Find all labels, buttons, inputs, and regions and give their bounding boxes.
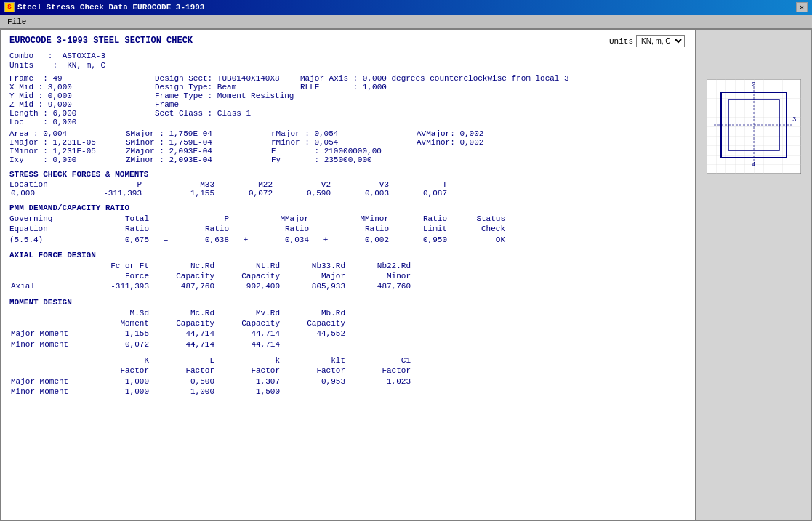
- axial-h0b: [9, 271, 89, 281]
- klc-c1-label: C1: [351, 355, 417, 365]
- title-bar: S Steel Stress Check Data EUROCODE 3-199…: [0, 0, 812, 15]
- axial-h2: Nc.Rd: [155, 261, 220, 271]
- axial-r1c3: 487,760: [155, 281, 220, 291]
- pmm-limit: 0,950: [395, 235, 453, 245]
- forces-h-v2: V2: [278, 180, 337, 189]
- pmm-plus1: +: [235, 235, 257, 245]
- mom-h0b: [9, 318, 89, 328]
- pmm-eq-sign: =: [155, 235, 177, 245]
- frame-info: Frame : 49 X Mid : 3,000 Y Mid : 0,000 Z…: [9, 74, 155, 126]
- mom-major-m: 1,155: [89, 328, 155, 339]
- klc-h4b: Factor: [286, 365, 351, 376]
- klc-k-label: K: [89, 355, 155, 365]
- svg-text:4: 4: [752, 161, 755, 169]
- axial-h3: Nt.Rd: [220, 261, 286, 271]
- design-sect-value: TUB0140X140X8: [217, 74, 280, 83]
- section-diagram: 3 2 4: [707, 79, 801, 174]
- pmm-mmajor: 0,034: [257, 235, 315, 245]
- klc-l-label: L: [155, 355, 220, 365]
- page-title: EUROCODE 3-1993 STEEL SECTION CHECK: [9, 36, 193, 46]
- axial-r1c4: 902,400: [220, 281, 286, 291]
- axial-h5: Nb22.Rd: [351, 261, 417, 271]
- frame-type-label: Frame Type :: [155, 92, 212, 100]
- klc-minor-k: 1,000: [89, 387, 155, 397]
- forces-h-v3: V3: [337, 180, 395, 189]
- mom-major-mb: 44,552: [286, 328, 351, 339]
- forces-h-loc: Location: [9, 180, 75, 189]
- design-type-label: Design Type:: [155, 83, 212, 92]
- combo-value: ASTOXIA-3: [63, 52, 105, 60]
- klc-major-label: Major Moment: [9, 376, 89, 387]
- axial-r1c1: Axial: [9, 281, 89, 291]
- klc-minor-k2: 1,500: [220, 387, 286, 397]
- moment-title: MOMENT DESIGN: [9, 298, 686, 307]
- svg-text:3: 3: [792, 116, 796, 124]
- forces-r-m22: 0,072: [220, 189, 278, 198]
- pmm-h4: MMajorRatio: [257, 214, 315, 235]
- main-content: EUROCODE 3-1993 STEEL SECTION CHECK Unit…: [0, 29, 812, 521]
- mom-major-mv: 44,714: [220, 328, 286, 339]
- units-row-label: Units: [9, 61, 33, 70]
- design-info: Design Sect: TUB0140X140X8 Design Type: …: [155, 74, 300, 126]
- sect-class-label: Sect Class :: [155, 109, 212, 118]
- axial-title: AXIAL FORCE DESIGN: [9, 251, 686, 259]
- stress-check-title: STRESS CHECK FORCES & MOMENTS: [9, 170, 686, 179]
- file-menu[interactable]: File: [3, 17, 31, 27]
- pmm-plus2: +: [315, 235, 337, 245]
- mom-h4: Mb.Rd: [286, 308, 351, 318]
- right-panel: 3 2 4: [695, 30, 811, 520]
- klc-klt-label: klt: [286, 355, 351, 365]
- loc-value: 0,000: [52, 118, 76, 126]
- axial-h1: Fc or Ft: [89, 261, 155, 271]
- axial-h0: [9, 261, 89, 271]
- length-value: 6,000: [52, 109, 76, 118]
- mom-h1: M.Sd: [89, 308, 155, 318]
- pmm-status: OK: [453, 235, 511, 245]
- units-select[interactable]: KN, m, C: [636, 35, 685, 47]
- axial-r1c5: 805,933: [286, 281, 351, 291]
- forces-h-m33: M33: [148, 180, 220, 189]
- pmm-h7: StatusCheck: [453, 214, 511, 235]
- frame-label: Frame: [9, 74, 33, 83]
- forces-r-t: 0,087: [395, 189, 453, 198]
- menu-bar: File: [0, 15, 812, 29]
- xmid-value: 3,000: [48, 83, 72, 92]
- forces-r-p: -311,393: [75, 189, 148, 198]
- sect-class-value: Class 1: [217, 109, 251, 118]
- klc-major-k2: 1,307: [220, 376, 286, 387]
- pmm-h5: MMinorRatio: [337, 214, 395, 235]
- svg-text:2: 2: [752, 81, 755, 89]
- pmm-h2: TotalRatio: [97, 214, 155, 235]
- mom-minor-m: 0,072: [89, 339, 155, 350]
- zmid-value: 9,000: [48, 100, 72, 109]
- pmm-h6: RatioLimit: [395, 214, 453, 235]
- mom-h2: Mc.Rd: [155, 308, 220, 318]
- pmm-mminor: 0,002: [337, 235, 395, 245]
- mom-h2b: Capacity: [155, 318, 220, 328]
- klc-k-small-label: k: [220, 355, 286, 365]
- forces-r-v2: 0,590: [278, 189, 337, 198]
- r-prop: rMajor : 0,054 rMinor : 0,054 E : 210000…: [271, 129, 417, 164]
- axial-r1c6: 487,760: [351, 281, 417, 291]
- units-row-value: KN, m, C: [67, 61, 105, 70]
- close-button[interactable]: ✕: [796, 2, 808, 12]
- mom-minor-mb: [286, 339, 351, 350]
- axis-info: Major Axis : 0,000 degrees counterclockw…: [300, 74, 686, 126]
- app-icon: S: [4, 2, 15, 12]
- klc-major-l: 0,500: [155, 376, 220, 387]
- axial-h4b: Major: [286, 271, 351, 281]
- forces-r-v3: 0,003: [337, 189, 395, 198]
- combo-label: Combo: [9, 52, 33, 60]
- klc-h3b: Factor: [220, 365, 286, 376]
- pmm-p: 0,638: [177, 235, 235, 245]
- forces-h-m22: M22: [220, 180, 278, 189]
- forces-r-m33: 1,155: [148, 189, 220, 198]
- units-label: Units: [609, 37, 633, 46]
- rllf-label: RLLF: [300, 83, 319, 92]
- mom-minor-label: Minor Moment: [9, 339, 89, 350]
- forces-h-t: T: [395, 180, 453, 189]
- mom-h4b: Capacity: [286, 318, 351, 328]
- klc-minor-klt: [286, 387, 351, 397]
- pmm-h2b: [155, 214, 177, 235]
- rllf-value: 1,000: [363, 83, 387, 92]
